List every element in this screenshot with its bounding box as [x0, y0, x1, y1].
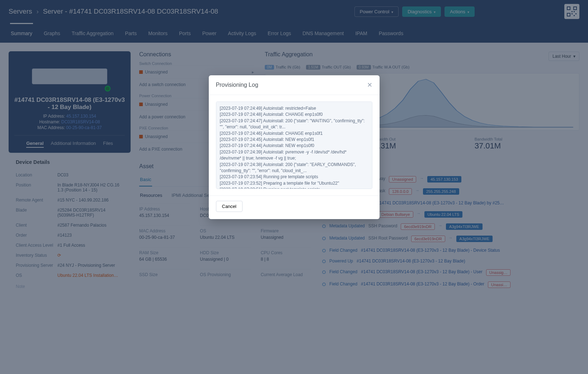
provisioning-log-output[interactable]: [2023-07-19 07:24:49] Autoinstall: restr…	[216, 101, 372, 189]
close-icon[interactable]: ✕	[367, 81, 372, 89]
provisioning-log-modal: Provisioning Log ✕ [2023-07-19 07:24:49]…	[209, 75, 380, 219]
modal-overlay[interactable]: Provisioning Log ✕ [2023-07-19 07:24:49]…	[0, 0, 588, 374]
modal-title: Provisioning Log	[216, 82, 258, 88]
cancel-button[interactable]: Cancel	[216, 201, 243, 212]
